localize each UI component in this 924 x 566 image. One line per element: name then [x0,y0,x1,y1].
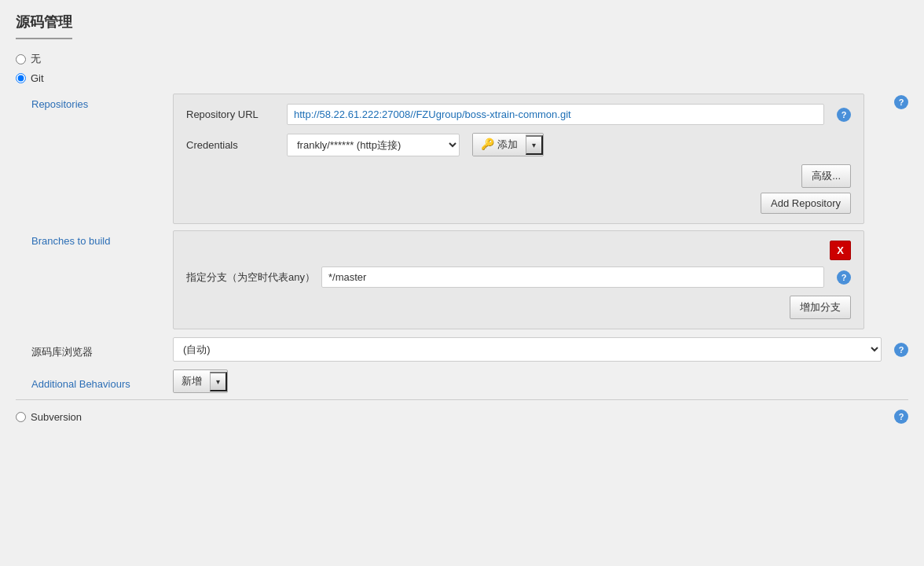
credentials-select[interactable]: frankly/****** (http连接) [287,134,460,156]
radio-git-item: Git [16,72,908,84]
credentials-label: Credentials [186,139,280,151]
add-credentials-arrow-btn[interactable]: ▾ [526,135,543,155]
branches-label: Branches to build [16,230,173,247]
repo-url-label: Repository URL [186,108,280,120]
branch-field-label: 指定分支（为空时代表any） [186,270,315,285]
branch-delete-row: X [186,241,851,260]
branch-input[interactable] [321,266,824,288]
advanced-btn-row: 高级... [186,164,851,188]
section-title: 源码管理 [16,13,908,52]
credentials-row: Credentials frankly/****** (http连接) 🔑 添加… [186,133,851,156]
source-browser-label: 源码库浏览器 [16,340,173,359]
repositories-row: Repositories Repository URL ? Credential… [16,94,908,224]
subversion-row: Subversion ? [16,410,908,424]
branches-row: Branches to build X 指定分支（为空时代表any） ? 增加分… [16,230,908,329]
advanced-button[interactable]: 高级... [801,164,851,188]
add-repo-btn-row: Add Repository [186,193,851,214]
add-credentials-btn[interactable]: 🔑 添加 ▾ [472,133,544,156]
source-browser-help-icon[interactable]: ? [894,343,908,357]
additional-behaviours-row: Additional Behaviours 新增 ▾ [16,369,908,393]
add-branch-btn-row: 增加分支 [186,296,851,319]
branch-field-row: 指定分支（为空时代表any） ? [186,266,851,288]
radio-subversion-label[interactable]: Subversion [31,411,82,423]
radio-git-label[interactable]: Git [31,72,44,84]
radio-subversion[interactable] [16,412,26,422]
repositories-help-icon[interactable]: ? [894,95,908,109]
branches-content: X 指定分支（为空时代表any） ? 增加分支 [173,230,864,329]
radio-none-label[interactable]: 无 [31,52,41,66]
repo-url-input[interactable] [287,104,824,125]
repo-url-row: Repository URL ? [186,104,851,125]
radio-none[interactable] [16,54,26,64]
new-behaviour-btn[interactable]: 新增 ▾ [173,369,228,393]
repositories-label: Repositories [16,94,173,110]
add-credentials-main-btn[interactable]: 🔑 添加 [473,134,526,156]
delete-branch-button[interactable]: X [830,241,851,260]
source-browser-row: 源码库浏览器 (自动) ? [16,337,908,362]
key-icon: 🔑 [481,138,494,150]
add-branch-button[interactable]: 增加分支 [790,296,851,319]
source-browser-select-wrapper: (自动) [173,337,882,362]
additional-behaviours-label: Additional Behaviours [16,373,173,390]
section-divider [16,399,908,400]
page-container: 源码管理 无 Git Repositories Repository URL ? [0,0,924,566]
new-behaviour-arrow-btn[interactable]: ▾ [210,372,227,391]
subversion-help-icon[interactable]: ? [894,410,908,424]
add-repository-button[interactable]: Add Repository [761,193,851,214]
add-credentials-label: 添加 [497,138,518,150]
subversion-help: ? [894,410,908,424]
new-behaviour-main-btn[interactable]: 新增 [174,370,210,392]
source-browser-select[interactable]: (自动) [173,337,882,362]
radio-none-item: 无 [16,52,908,66]
repo-url-help-icon[interactable]: ? [837,108,851,122]
radio-group: 无 Git [16,52,908,84]
branch-help-icon[interactable]: ? [837,270,851,285]
additional-behaviours-content: 新增 ▾ [173,369,902,393]
radio-git[interactable] [16,73,26,83]
repositories-content: Repository URL ? Credentials frankly/***… [173,94,864,224]
